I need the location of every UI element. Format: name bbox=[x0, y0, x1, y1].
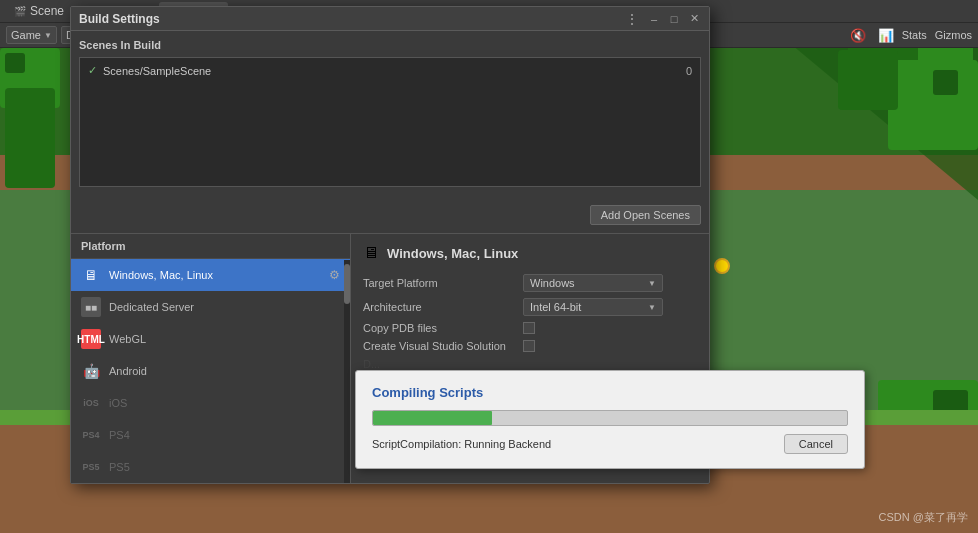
dedicated-server-label: Dedicated Server bbox=[109, 301, 194, 313]
scenes-header: Scenes In Build bbox=[79, 39, 701, 51]
settings-row-architecture: Architecture Intel 64-bit ▼ bbox=[363, 298, 697, 316]
platform-item-ps5[interactable]: PS5 PS5 bbox=[71, 451, 350, 483]
ios-icon: iOS bbox=[81, 393, 101, 413]
stats-label[interactable]: Stats bbox=[902, 29, 927, 41]
platform-scrollbar[interactable] bbox=[344, 260, 350, 483]
compiling-footer: ScriptCompilation: Running Backend Cance… bbox=[372, 434, 848, 454]
architecture-value: Intel 64-bit bbox=[530, 301, 581, 313]
dedicated-server-icon: ■■ bbox=[81, 297, 101, 317]
compiling-status: ScriptCompilation: Running Backend bbox=[372, 438, 551, 450]
android-icon: 🤖 bbox=[81, 361, 101, 381]
settings-platform-title: 🖥 Windows, Mac, Linux bbox=[363, 244, 697, 262]
webgl-icon: HTML bbox=[81, 329, 101, 349]
platform-item-windows[interactable]: 🖥 Windows, Mac, Linux ⚙ bbox=[71, 259, 350, 291]
ios-label: iOS bbox=[109, 397, 127, 409]
panel-controls: – □ ✕ bbox=[647, 12, 701, 26]
add-open-scenes-button[interactable]: Add Open Scenes bbox=[590, 205, 701, 225]
gizmos-label[interactable]: Gizmos bbox=[935, 29, 972, 41]
settings-row-d: D... bbox=[363, 358, 697, 370]
compiling-modal: Compiling Scripts ScriptCompilation: Run… bbox=[355, 370, 865, 469]
game-dropdown-arrow: ▼ bbox=[44, 31, 52, 40]
target-platform-label: Target Platform bbox=[363, 277, 523, 289]
target-platform-value: Windows bbox=[530, 277, 575, 289]
scene-name: Scenes/SampleScene bbox=[103, 65, 211, 77]
settings-platform-name: Windows, Mac, Linux bbox=[387, 246, 518, 261]
settings-row-copy-pdb: Copy PDB files bbox=[363, 322, 697, 334]
scenes-section: Scenes In Build ✓ Scenes/SampleScene 0 bbox=[71, 31, 709, 195]
settings-row-target-platform: Target Platform Windows ▼ bbox=[363, 274, 697, 292]
panel-minimize-button[interactable]: – bbox=[647, 12, 661, 26]
copy-pdb-label: Copy PDB files bbox=[363, 322, 523, 334]
panel-title: Build Settings bbox=[79, 12, 625, 26]
panel-menu-button[interactable]: ⋮ bbox=[625, 11, 639, 27]
platform-item-ios[interactable]: iOS iOS bbox=[71, 387, 350, 419]
platform-item-webgl[interactable]: HTML WebGL bbox=[71, 323, 350, 355]
panel-maximize-button[interactable]: □ bbox=[667, 12, 681, 26]
architecture-dropdown[interactable]: Intel 64-bit ▼ bbox=[523, 298, 663, 316]
scene-tab-icon: 🎬 bbox=[14, 6, 26, 17]
game-dropdown[interactable]: Game ▼ bbox=[6, 26, 57, 44]
webgl-label: WebGL bbox=[109, 333, 146, 345]
platform-item-ps4[interactable]: PS4 PS4 bbox=[71, 419, 350, 451]
ps4-icon: PS4 bbox=[81, 425, 101, 445]
copy-pdb-checkbox[interactable] bbox=[523, 322, 535, 334]
panel-titlebar: Build Settings ⋮ – □ ✕ bbox=[71, 7, 709, 31]
scene-checkmark: ✓ bbox=[88, 64, 97, 77]
compiling-title: Compiling Scripts bbox=[372, 385, 848, 400]
windows-label: Windows, Mac, Linux bbox=[109, 269, 213, 281]
create-vs-label: Create Visual Studio Solution bbox=[363, 340, 523, 352]
ps5-icon: PS5 bbox=[81, 457, 101, 477]
panel-close-button[interactable]: ✕ bbox=[687, 12, 701, 26]
windows-icon: 🖥 bbox=[81, 265, 101, 285]
cancel-button[interactable]: Cancel bbox=[784, 434, 848, 454]
scene-index: 0 bbox=[686, 65, 692, 77]
target-platform-dropdown[interactable]: Windows ▼ bbox=[523, 274, 663, 292]
target-platform-arrow: ▼ bbox=[648, 279, 656, 288]
chart-icon-button[interactable]: 📊 bbox=[874, 26, 898, 45]
csdn-watermark: CSDN @菜了再学 bbox=[879, 510, 968, 525]
scene-item[interactable]: ✓ Scenes/SampleScene 0 bbox=[84, 62, 696, 79]
game-label: Game bbox=[11, 29, 41, 41]
ps4-label: PS4 bbox=[109, 429, 130, 441]
architecture-label: Architecture bbox=[363, 301, 523, 313]
platform-header: Platform bbox=[71, 234, 350, 259]
settings-platform-icon: 🖥 bbox=[363, 244, 379, 262]
mute-button[interactable]: 🔇 bbox=[846, 26, 870, 45]
coin bbox=[714, 258, 730, 274]
platform-item-dedicated-server[interactable]: ■■ Dedicated Server bbox=[71, 291, 350, 323]
platform-scrollbar-thumb bbox=[344, 264, 350, 304]
progress-bar-fill bbox=[373, 411, 492, 425]
platform-item-android[interactable]: 🤖 Android bbox=[71, 355, 350, 387]
settings-row-d-label: D... bbox=[363, 358, 380, 370]
scenes-footer: Add Open Scenes bbox=[71, 195, 709, 233]
tab-scene[interactable]: 🎬Scene bbox=[4, 2, 74, 20]
ps5-label: PS5 bbox=[109, 461, 130, 473]
settings-row-create-vs: Create Visual Studio Solution bbox=[363, 340, 697, 352]
create-vs-checkbox[interactable] bbox=[523, 340, 535, 352]
progress-bar-track bbox=[372, 410, 848, 426]
scenes-list: ✓ Scenes/SampleScene 0 bbox=[79, 57, 701, 187]
windows-gear-icon: ⚙ bbox=[329, 268, 340, 282]
stats-gizmos: Stats Gizmos bbox=[902, 29, 972, 41]
android-label: Android bbox=[109, 365, 147, 377]
platform-list: Platform 🖥 Windows, Mac, Linux ⚙ ■■ Dedi… bbox=[71, 234, 351, 483]
architecture-arrow: ▼ bbox=[648, 303, 656, 312]
